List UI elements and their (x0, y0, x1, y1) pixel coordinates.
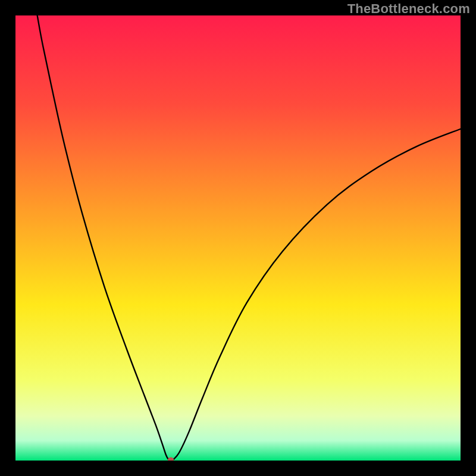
chart-frame: TheBottleneck.com (0, 0, 476, 476)
chart-svg (15, 15, 461, 461)
chart-plot-area (15, 15, 461, 461)
watermark-text: TheBottleneck.com (347, 1, 470, 17)
chart-background (15, 15, 461, 461)
